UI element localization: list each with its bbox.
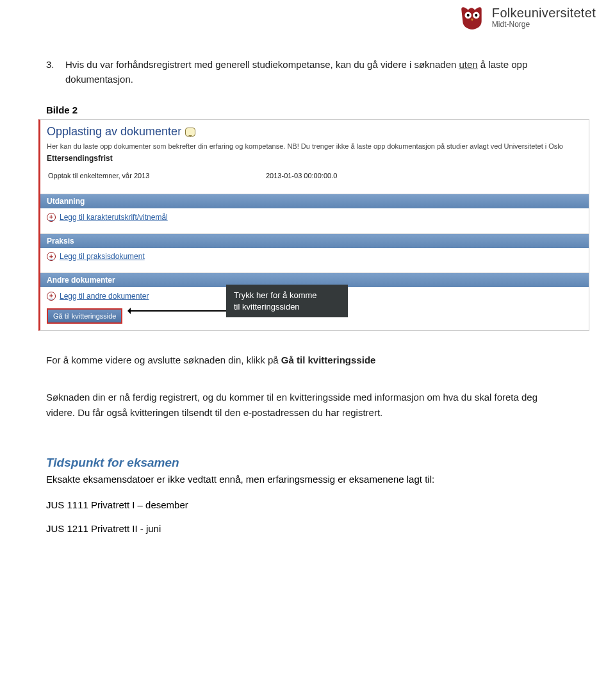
help-bubble-icon[interactable] — [185, 128, 195, 137]
exam-intro: Eksakte eksamensdatoer er ikke vedtatt e… — [46, 472, 569, 487]
step-text-prefix: Hvis du var forhåndsregistrert med gener… — [65, 59, 459, 70]
step-number: 3. — [46, 58, 65, 87]
add-andre-label: Legg til andre dokumenter — [60, 292, 149, 301]
upload-heading: Opplasting av dokumenter — [47, 125, 582, 138]
plus-icon: + — [47, 292, 56, 301]
plus-icon: + — [47, 213, 56, 222]
section-andre-body: + Legg til andre dokumenter Trykk her fo… — [40, 287, 589, 330]
add-andre-link[interactable]: + Legg til andre dokumenter — [47, 292, 149, 301]
owl-icon — [459, 4, 486, 31]
exam-heading: Tidspunkt for eksamen — [46, 456, 569, 470]
org-logo: Folkeuniversitetet Midt-Norge — [459, 4, 596, 31]
upload-description: Her kan du laste opp dokumenter som bekr… — [47, 142, 582, 150]
upload-heading-text: Opplasting av dokumenter — [47, 125, 181, 138]
instruction-para-2: Søknaden din er nå ferdig registrert, og… — [46, 390, 569, 421]
tooltip-line2: til kvitteringssiden — [234, 301, 340, 313]
add-vitnemal-label: Legg til karakterutskrift/vitnemål — [60, 213, 168, 222]
logo-line2: Midt-Norge — [492, 21, 596, 28]
step-text: Hvis du var forhåndsregistrert med gener… — [65, 58, 569, 87]
instruction-para-1: For å komme videre og avslutte søknaden … — [46, 353, 569, 368]
exam-line-1: JUS 1111 Privatrett I – desember — [46, 499, 569, 510]
section-utdanning-body: + Legg til karakterutskrift/vitnemål — [40, 208, 589, 233]
section-praksis-body: + Legg til praksisdokument — [40, 248, 589, 273]
tooltip-callout: Trykk her for å komme til kvitteringssid… — [226, 285, 348, 317]
svg-point-2 — [466, 14, 469, 17]
tooltip-line1: Trykk her for å komme — [234, 290, 340, 301]
deadline-label: Ettersendingsfrist — [47, 154, 582, 163]
step-3: 3. Hvis du var forhåndsregistrert med ge… — [46, 58, 569, 87]
add-praksis-link[interactable]: + Legg til praksisdokument — [47, 252, 145, 261]
figure-label: Bilde 2 — [46, 104, 569, 115]
add-praksis-label: Legg til praksisdokument — [60, 252, 145, 261]
deadline-name: Opptak til enkeltemner, vår 2013 — [48, 172, 227, 179]
section-praksis-bar: Praksis — [40, 233, 589, 248]
section-utdanning-bar: Utdanning — [40, 194, 589, 208]
svg-point-3 — [475, 14, 477, 17]
logo-text: Folkeuniversitetet Midt-Norge — [492, 6, 596, 28]
instruction-para-1-prefix: For å komme videre og avslutte søknaden … — [46, 354, 281, 365]
arrow-icon — [130, 310, 226, 312]
step-text-underlined: uten — [459, 59, 478, 70]
go-to-receipt-button[interactable]: Gå til kvitteringsside — [47, 308, 122, 324]
embedded-screenshot: Opplasting av dokumenter Her kan du last… — [38, 119, 589, 331]
plus-icon: + — [47, 252, 56, 261]
logo-line1: Folkeuniversitetet — [492, 6, 596, 19]
instruction-para-1-bold: Gå til kvitteringsside — [281, 354, 376, 365]
add-vitnemal-link[interactable]: + Legg til karakterutskrift/vitnemål — [47, 213, 168, 222]
deadline-date: 2013-01-03 00:00:00.0 — [266, 172, 337, 179]
deadline-row: Opptak til enkeltemner, vår 2013 2013-01… — [47, 169, 582, 187]
exam-line-2: JUS 1211 Privatrett II - juni — [46, 523, 569, 534]
